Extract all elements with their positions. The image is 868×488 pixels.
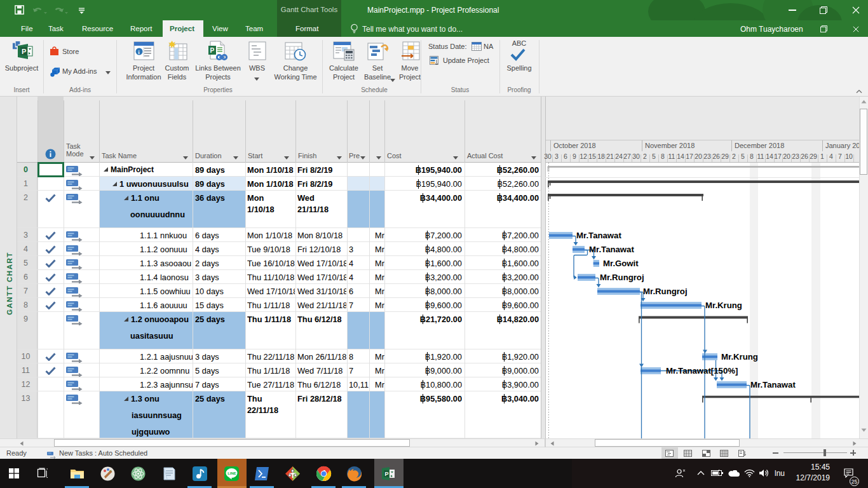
svg-text:Mr.Krung: Mr.Krung <box>721 352 758 362</box>
svg-text:Mr.Tanawat: Mr.Tanawat <box>750 380 796 390</box>
svg-text:Mr.Krung: Mr.Krung <box>705 301 742 310</box>
svg-text:P: P <box>385 471 389 477</box>
svg-text:Mr.Rungroj: Mr.Rungroj <box>600 273 644 282</box>
svg-text:Mr.Gowit: Mr.Gowit <box>603 259 639 268</box>
svg-text:P: P <box>210 47 215 54</box>
svg-text:Mr.Tanawat: Mr.Tanawat <box>589 245 634 254</box>
svg-text:Mr.Tanawat[150%]: Mr.Tanawat[150%] <box>666 366 738 376</box>
svg-text:Mr.Rungroj: Mr.Rungroj <box>643 287 688 296</box>
svg-text:P: P <box>22 48 26 55</box>
svg-text:Mr.Tanawat: Mr.Tanawat <box>576 231 621 240</box>
svg-text:LINE: LINE <box>227 471 236 475</box>
